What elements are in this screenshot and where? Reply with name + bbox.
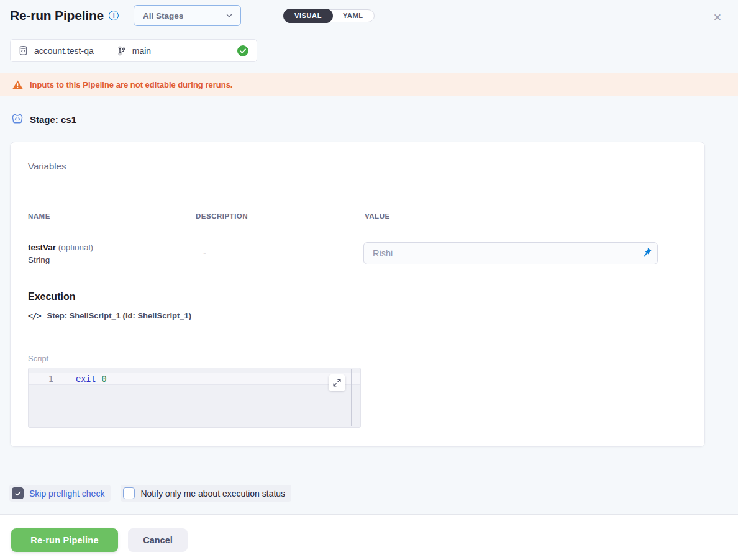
custom-stage-icon [11, 113, 24, 125]
script-code-editor[interactable]: 1 exit0 [28, 368, 361, 428]
rerun-pipeline-modal: Re-run Pipeline i All Stages VISUAL YAML… [0, 0, 738, 560]
warning-icon [12, 80, 23, 89]
branch-name: main [132, 46, 151, 56]
variable-type: String [28, 254, 93, 266]
variable-optional-tag: (optional) [58, 243, 93, 252]
skip-preflight-label: Skip preflight check [29, 489, 104, 499]
git-branch-icon [117, 46, 127, 56]
column-header-value: VALUE [365, 212, 390, 220]
branch-item: main [117, 46, 151, 56]
variable-name: testVar [28, 243, 56, 252]
modal-header: Re-run Pipeline i All Stages VISUAL YAML [0, 0, 738, 31]
tab-visual[interactable]: VISUAL [283, 9, 333, 23]
repo-item: account.test-qa [18, 45, 94, 56]
skip-preflight-option[interactable]: Skip preflight check [9, 485, 111, 502]
divider [106, 45, 106, 57]
line-number: 1 [29, 374, 63, 384]
variable-value-input[interactable] [363, 242, 658, 264]
step-heading: </> Step: ShellScript_1 (Id: ShellScript… [28, 311, 191, 320]
skip-preflight-checkbox[interactable] [12, 487, 24, 499]
info-icon[interactable]: i [109, 11, 119, 20]
stage-selector-value: All Stages [143, 11, 226, 20]
script-field-label: Script [28, 354, 48, 363]
tab-yaml[interactable]: YAML [332, 9, 374, 22]
cancel-button[interactable]: Cancel [128, 528, 188, 552]
close-icon[interactable]: ✕ [713, 12, 722, 23]
code-keyword: exit [76, 374, 96, 384]
repo-name: account.test-qa [34, 46, 94, 56]
warning-text: Inputs to this Pipeline are not editable… [30, 80, 232, 89]
code-number: 0 [102, 374, 107, 384]
step-label: Step: ShellScript_1 (Id: ShellScript_1) [47, 311, 191, 320]
repo-branch-bar: account.test-qa main [10, 39, 257, 62]
variable-description: - [203, 248, 206, 258]
expand-icon [333, 379, 341, 387]
code-text: exit0 [63, 374, 107, 384]
code-step-icon: </> [28, 311, 40, 320]
modal-footer: Re-run Pipeline Cancel [0, 515, 738, 560]
chevron-down-icon [226, 12, 233, 19]
execution-heading: Execution [28, 291, 75, 302]
warning-banner: Inputs to this Pipeline are not editable… [0, 73, 738, 96]
stage-label: Stage: cs1 [30, 114, 76, 125]
run-options: Skip preflight check Notify only me abou… [9, 485, 291, 502]
editor-scrollbar[interactable] [351, 369, 352, 426]
variable-value-cell [363, 242, 658, 264]
visual-yaml-toggle: VISUAL YAML [283, 9, 375, 22]
notify-me-option[interactable]: Notify only me about execution status [121, 485, 291, 502]
expand-editor-button[interactable] [329, 374, 345, 391]
checkmark-icon [14, 490, 22, 497]
pin-icon[interactable] [641, 248, 652, 259]
variables-heading: Variables [28, 161, 66, 171]
notify-me-label: Notify only me about execution status [140, 489, 285, 499]
stage-selector-dropdown[interactable]: All Stages [134, 5, 241, 26]
column-header-description: DESCRIPTION [196, 212, 248, 220]
page-title: Re-run Pipeline [10, 8, 104, 23]
rerun-pipeline-button[interactable]: Re-run Pipeline [11, 528, 118, 552]
notify-me-checkbox[interactable] [123, 487, 135, 499]
variable-name-cell: testVar (optional) String [28, 242, 93, 266]
code-line: 1 exit0 [29, 373, 360, 385]
stage-heading: Stage: cs1 [11, 113, 76, 125]
column-header-name: NAME [28, 212, 50, 220]
stage-inputs-card: Variables NAME DESCRIPTION VALUE testVar… [10, 142, 705, 447]
success-check-icon [237, 45, 249, 57]
repository-icon [18, 45, 29, 56]
